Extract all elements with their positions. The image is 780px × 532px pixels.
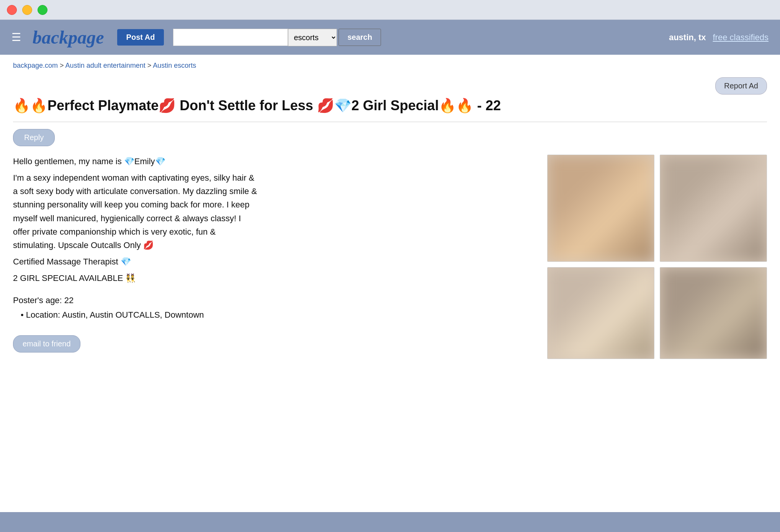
traffic-lights xyxy=(7,5,47,15)
ad-image-1[interactable] xyxy=(547,155,654,262)
email-friend-button[interactable]: email to friend xyxy=(13,335,80,352)
breadcrumb-sep2: > xyxy=(146,62,153,69)
reply-button[interactable]: Reply xyxy=(13,129,55,146)
poster-age-label: Poster's age: xyxy=(13,295,62,305)
search-button[interactable]: search xyxy=(338,29,381,46)
page-content: backpage.com > Austin adult entertainmen… xyxy=(0,55,780,532)
images-grid xyxy=(547,155,767,359)
divider xyxy=(13,122,767,122)
window-chrome xyxy=(0,0,780,20)
ad-body-line3: Certified Massage Therapist 💎 xyxy=(13,255,258,268)
minimize-button[interactable] xyxy=(22,5,32,15)
ad-image-2[interactable] xyxy=(660,155,767,262)
breadcrumb-subcategory[interactable]: Austin escorts xyxy=(153,62,196,69)
search-input[interactable] xyxy=(173,29,288,46)
ad-body-line4: 2 GIRL SPECIAL AVAILABLE 👯 xyxy=(13,271,258,285)
close-button[interactable] xyxy=(7,5,17,15)
ad-text: Hello gentlemen, my name is 💎Emily💎 I'm … xyxy=(13,155,258,353)
location-info: • Location: Austin, Austin OUTCALLS, Dow… xyxy=(21,310,258,320)
ad-image-3[interactable] xyxy=(547,267,654,359)
poster-age-value: 22 xyxy=(64,295,74,305)
ad-image-1-placeholder xyxy=(548,155,654,261)
breadcrumb: backpage.com > Austin adult entertainmen… xyxy=(13,62,767,70)
location-text: austin, tx xyxy=(669,33,706,42)
search-area: escorts adult jobs massage dating search xyxy=(173,29,441,46)
category-select[interactable]: escorts adult jobs massage dating xyxy=(288,29,337,46)
location-value: Austin, Austin OUTCALLS, Downtown xyxy=(62,310,204,320)
location-label: Location: xyxy=(26,310,60,320)
ad-image-4-placeholder xyxy=(660,268,767,359)
free-classifieds-link[interactable]: free classifieds xyxy=(713,33,769,42)
breadcrumb-category[interactable]: Austin adult entertainment xyxy=(65,62,146,69)
report-ad-button[interactable]: Report Ad xyxy=(715,77,767,95)
header: ☰ backpage Post Ad escorts adult jobs ma… xyxy=(0,20,780,55)
hamburger-icon[interactable]: ☰ xyxy=(11,31,21,44)
header-right: austin, tx free classifieds xyxy=(669,33,769,42)
site-logo[interactable]: backpage xyxy=(33,27,104,48)
maximize-button[interactable] xyxy=(38,5,47,15)
bottom-bar xyxy=(0,512,780,532)
ad-image-2-placeholder xyxy=(660,155,767,261)
ad-body-line2: I'm a sexy independent woman with captiv… xyxy=(13,171,258,252)
report-section: Report Ad xyxy=(13,77,767,95)
post-ad-button[interactable]: Post Ad xyxy=(117,29,164,46)
ad-image-4[interactable] xyxy=(660,267,767,359)
breadcrumb-home[interactable]: backpage.com xyxy=(13,62,58,69)
breadcrumb-sep1: > xyxy=(58,62,65,69)
ad-title: 🔥🔥Perfect Playmate💋 Don't Settle for Les… xyxy=(13,97,767,115)
ad-image-3-placeholder xyxy=(548,268,654,359)
ad-body: Hello gentlemen, my name is 💎Emily💎 I'm … xyxy=(13,155,767,359)
poster-age: Poster's age: 22 xyxy=(13,295,258,305)
ad-body-line1: Hello gentlemen, my name is 💎Emily💎 xyxy=(13,155,258,168)
